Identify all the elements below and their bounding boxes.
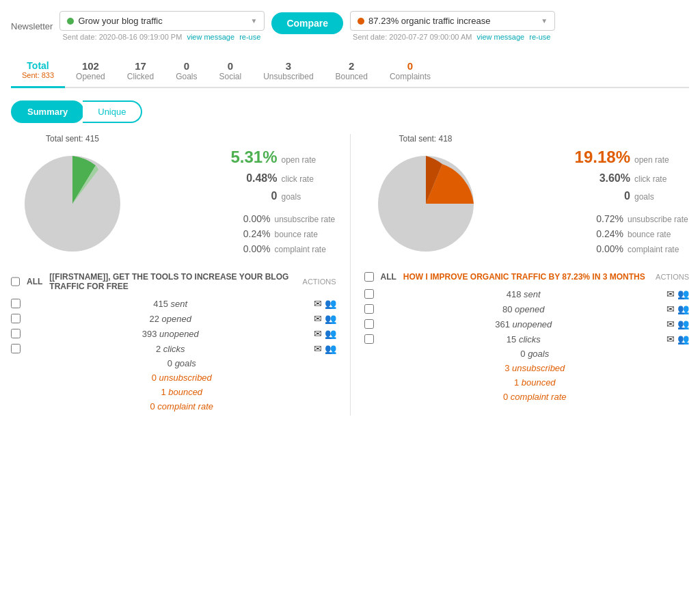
left-list-title: [[FIRSTNAME]], GET THE TOOLS TO INCREASE… xyxy=(49,272,302,291)
newsletter1-sent-info: Sent date: 2020-08-16 09:19:00 PM view m… xyxy=(62,33,265,41)
tab-opened[interactable]: 102 Opened xyxy=(65,55,116,87)
newsletter2-reuse-link[interactable]: re-use xyxy=(529,33,550,41)
right-clicks-people-icon[interactable]: 👥 xyxy=(677,334,689,345)
newsletter1-reuse-link[interactable]: re-use xyxy=(239,33,260,41)
right-row-clicks: 15 clicks ✉ 👥 xyxy=(364,334,690,345)
newsletter-label: Newsletter xyxy=(11,21,53,31)
right-opened-checkbox[interactable] xyxy=(364,304,374,314)
left-pie-chart xyxy=(18,149,127,258)
left-sent-mail-icon[interactable]: ✉ xyxy=(314,298,322,309)
summary-toggle[interactable]: Summary xyxy=(11,100,84,123)
right-list-title: HOW I IMPROVE ORGANIC TRAFFIC BY 87.23% … xyxy=(403,272,645,282)
tab-clicked-count: 17 xyxy=(127,60,154,72)
right-chart-title: Total sent: 418 xyxy=(399,134,452,144)
left-unopened-checkbox[interactable] xyxy=(11,329,21,338)
right-unopened-mail-icon[interactable]: ✉ xyxy=(667,319,675,329)
right-all-label: ALL xyxy=(381,272,396,282)
left-bounce-rate-value: 0.24% xyxy=(243,228,271,239)
left-row-bounced: 1 bounced xyxy=(11,387,336,397)
tab-total-count: Sent: 833 xyxy=(22,71,54,79)
right-clicks-checkbox[interactable] xyxy=(364,334,374,344)
left-complaint-rate-value: 0.00% xyxy=(243,243,271,254)
newsletter2-view-link[interactable]: view message xyxy=(476,33,524,41)
newsletter2-sent-info: Sent date: 2020-07-27 09:00:00 AM view m… xyxy=(353,33,555,41)
left-all-label: ALL xyxy=(27,277,42,286)
newsletter2-dot xyxy=(358,18,364,25)
right-pie-chart xyxy=(371,149,481,258)
left-opened-mail-icon[interactable]: ✉ xyxy=(314,313,322,324)
right-unsub-rate-value: 0.72% xyxy=(596,213,623,224)
right-unopened-checkbox[interactable] xyxy=(364,319,374,329)
right-click-rate-value: 3.60% xyxy=(600,172,630,185)
left-row-unsub: 0 unsubscribed xyxy=(11,373,336,383)
left-unopened-people-icon[interactable]: 👥 xyxy=(325,328,336,339)
right-all-checkbox[interactable] xyxy=(364,272,374,282)
right-opened-people-icon[interactable]: 👥 xyxy=(677,303,689,314)
tab-complaints-count: 0 xyxy=(390,60,431,72)
left-row-sent: 415 sent ✉ 👥 xyxy=(11,298,336,309)
tab-social[interactable]: 0 Social xyxy=(208,55,253,87)
right-unsub-rate-label: unsubscribe rate xyxy=(628,215,689,224)
newsletter1-view-link[interactable]: view message xyxy=(187,33,234,41)
left-goals-label: goals xyxy=(282,192,336,202)
left-clicks-people-icon[interactable]: 👥 xyxy=(325,343,336,354)
unique-toggle[interactable]: Unique xyxy=(83,100,142,123)
tab-total[interactable]: Total Sent: 833 xyxy=(11,55,65,88)
right-row-goals: 0 goals xyxy=(364,349,690,359)
newsletter1-dot xyxy=(67,18,74,25)
right-clicks-mail-icon[interactable]: ✉ xyxy=(667,334,675,345)
right-unopened-people-icon[interactable]: 👥 xyxy=(677,319,689,329)
left-clicks-mail-icon[interactable]: ✉ xyxy=(314,343,322,354)
right-row-sent: 418 sent ✉ 👥 xyxy=(364,288,690,299)
left-bounce-rate-label: bounce rate xyxy=(275,230,336,239)
right-opened-mail-icon[interactable]: ✉ xyxy=(667,303,675,314)
tab-clicked-label: Clicked xyxy=(127,72,154,81)
newsletter1-name: Grow your blog traffic xyxy=(78,16,246,26)
left-unsub-rate-value: 0.00% xyxy=(243,213,271,224)
right-row-complaint: 0 complaint rate xyxy=(364,392,690,402)
left-chart-title: Total sent: 415 xyxy=(46,134,99,144)
newsletter2-select[interactable]: 87.23% organic traffic increase ▼ xyxy=(350,11,555,31)
left-clicks-checkbox[interactable] xyxy=(11,344,21,353)
tab-complaints[interactable]: 0 Complaints xyxy=(379,55,442,87)
left-sent-people-icon[interactable]: 👥 xyxy=(325,298,336,309)
tab-unsubscribed[interactable]: 3 Unsubscribed xyxy=(252,55,324,87)
left-row-goals: 0 goals xyxy=(11,358,336,368)
right-sent-checkbox[interactable] xyxy=(364,289,374,299)
left-unopened-mail-icon[interactable]: ✉ xyxy=(314,328,322,339)
right-row-opened: 80 opened ✉ 👥 xyxy=(364,303,690,314)
left-open-rate-value: 5.31% xyxy=(230,148,277,167)
left-click-rate-label: click rate xyxy=(282,174,336,184)
compare-button[interactable]: Compare xyxy=(271,12,343,34)
right-sent-mail-icon[interactable]: ✉ xyxy=(667,288,675,299)
tab-complaints-label: Complaints xyxy=(390,72,431,81)
right-bounce-rate-label: bounce rate xyxy=(628,230,689,239)
right-sent-people-icon[interactable]: 👥 xyxy=(677,288,689,299)
left-opened-checkbox[interactable] xyxy=(11,314,21,323)
newsletter1-select[interactable]: Grow your blog traffic ▼ xyxy=(59,11,265,31)
newsletter2-name: 87.23% organic traffic increase xyxy=(368,16,537,26)
tab-total-label: Total xyxy=(22,60,54,71)
tab-bounced-count: 2 xyxy=(336,60,368,72)
left-complaint-rate-label: complaint rate xyxy=(275,245,336,254)
left-sent-checkbox[interactable] xyxy=(11,299,21,308)
right-row-unsub: 3 unsubscribed xyxy=(364,363,690,373)
tab-bounced[interactable]: 2 Bounced xyxy=(325,55,379,87)
left-all-checkbox[interactable] xyxy=(11,277,20,286)
tab-social-label: Social xyxy=(219,72,242,81)
tab-bounced-label: Bounced xyxy=(336,72,368,81)
right-actions-label: ACTIONS xyxy=(656,273,689,281)
right-goals-value: 0 xyxy=(624,190,630,202)
right-click-rate-label: click rate xyxy=(634,174,689,184)
left-opened-people-icon[interactable]: 👥 xyxy=(325,313,336,324)
left-goals-value: 0 xyxy=(271,190,278,202)
right-open-rate-value: 19.18% xyxy=(575,148,630,167)
right-row-bounced: 1 bounced xyxy=(364,377,690,388)
left-row-opened: 22 opened ✉ 👥 xyxy=(11,313,336,324)
right-complaint-rate-label: complaint rate xyxy=(628,245,689,254)
left-row-unopened: 393 unopened ✉ 👥 xyxy=(11,328,336,339)
tab-goals[interactable]: 0 Goals xyxy=(165,55,208,87)
right-row-unopened: 361 unopened ✉ 👥 xyxy=(364,319,690,329)
tab-opened-label: Opened xyxy=(76,72,105,81)
tab-clicked[interactable]: 17 Clicked xyxy=(116,55,165,87)
